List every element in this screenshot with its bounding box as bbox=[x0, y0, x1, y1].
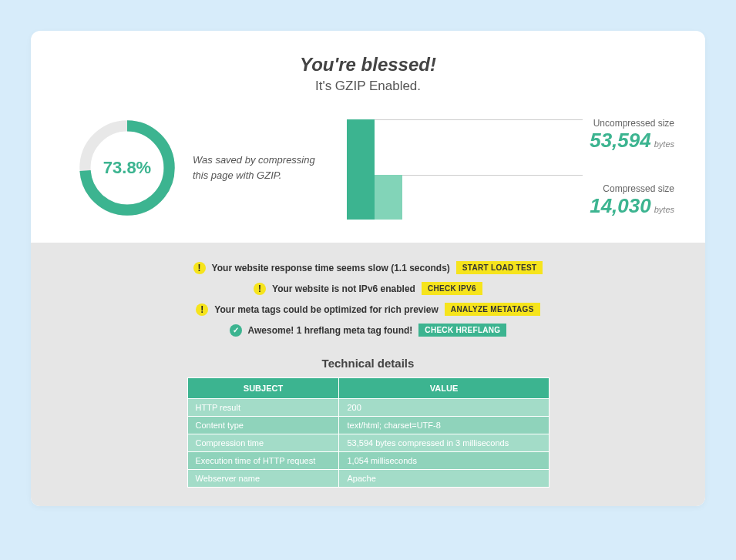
tech-details-heading: Technical details bbox=[54, 357, 682, 370]
warning-icon: ! bbox=[254, 283, 266, 295]
cell-value: Apache bbox=[339, 470, 549, 488]
table-row: HTTP result 200 bbox=[187, 399, 549, 417]
cell-value: 200 bbox=[339, 399, 549, 417]
check-hreflang-button[interactable]: CHECK HREFLANG bbox=[418, 324, 506, 337]
alerts-list: ! Your website response time seems slow … bbox=[54, 261, 682, 337]
cell-value: 53,594 bytes compressed in 3 millisecond… bbox=[339, 434, 549, 452]
bar-compressed bbox=[375, 175, 402, 220]
gauge-caption: Was saved by compressing this page with … bbox=[193, 153, 331, 183]
alert-row: ! Your meta tags could be optimized for … bbox=[196, 303, 539, 316]
table-header-value: VALUE bbox=[339, 378, 549, 399]
summary-row: 73.8% Was saved by compressing this page… bbox=[54, 116, 682, 243]
cell-subject: Execution time of HTTP request bbox=[187, 452, 339, 470]
cell-subject: Compression time bbox=[187, 434, 339, 452]
tech-details-table: SUBJECT VALUE HTTP result 200 Content ty… bbox=[187, 377, 549, 488]
table-row: Webserver name Apache bbox=[187, 470, 549, 488]
cell-subject: HTTP result bbox=[187, 399, 339, 417]
uncompressed-stat: Uncompressed size 53,594bytes bbox=[551, 118, 674, 153]
bar-uncompressed bbox=[347, 119, 375, 220]
stat-value: 14,030 bbox=[590, 194, 651, 218]
check-icon: ✓ bbox=[230, 324, 242, 337]
alert-text: Your meta tags could be optimized for ri… bbox=[214, 304, 439, 315]
cell-value: 1,054 milliseconds bbox=[339, 452, 549, 470]
table-row: Execution time of HTTP request 1,054 mil… bbox=[187, 452, 549, 470]
check-ipv6-button[interactable]: CHECK IPV6 bbox=[422, 282, 482, 295]
alert-row: ! Your website is not IPv6 enabled CHECK… bbox=[254, 282, 482, 295]
analyze-metatags-button[interactable]: ANALYZE METATAGS bbox=[445, 303, 540, 316]
stat-unit: bytes bbox=[654, 139, 674, 149]
start-load-test-button[interactable]: START LOAD TEST bbox=[456, 261, 543, 274]
page-subtitle: It's GZIP Enabled. bbox=[54, 79, 682, 94]
cell-subject: Content type bbox=[187, 417, 339, 434]
cell-value: text/html; charset=UTF-8 bbox=[339, 417, 549, 434]
size-bars bbox=[347, 116, 536, 220]
warning-icon: ! bbox=[196, 303, 208, 316]
alert-row: ✓ Awesome! 1 hreflang meta tag found! CH… bbox=[230, 324, 507, 337]
alert-text: Your website response time seems slow (1… bbox=[212, 263, 450, 273]
table-header-subject: SUBJECT bbox=[187, 378, 339, 399]
bar-leader-line bbox=[375, 119, 583, 120]
table-row: Compression time 53,594 bytes compressed… bbox=[187, 434, 549, 452]
savings-gauge: 73.8% bbox=[77, 118, 177, 218]
bar-leader-line bbox=[402, 175, 583, 176]
table-row: Content type text/html; charset=UTF-8 bbox=[187, 417, 549, 434]
cell-subject: Webserver name bbox=[187, 470, 339, 488]
details-panel: ! Your website response time seems slow … bbox=[31, 243, 705, 506]
size-stats: Uncompressed size 53,594bytes Compressed… bbox=[551, 118, 674, 218]
stat-unit: bytes bbox=[654, 205, 674, 214]
stat-label: Compressed size bbox=[551, 183, 674, 194]
result-card: You're blessed! It's GZIP Enabled. 73.8%… bbox=[31, 31, 705, 506]
gauge-percent-label: 73.8% bbox=[77, 118, 177, 218]
warning-icon: ! bbox=[193, 262, 206, 274]
page-title: You're blessed! bbox=[54, 54, 682, 75]
compressed-stat: Compressed size 14,030bytes bbox=[551, 183, 674, 218]
alert-row: ! Your website response time seems slow … bbox=[193, 261, 543, 274]
alert-text: Your website is not IPv6 enabled bbox=[272, 283, 415, 294]
stat-value: 53,594 bbox=[590, 129, 651, 153]
alert-text: Awesome! 1 hreflang meta tag found! bbox=[248, 325, 413, 336]
